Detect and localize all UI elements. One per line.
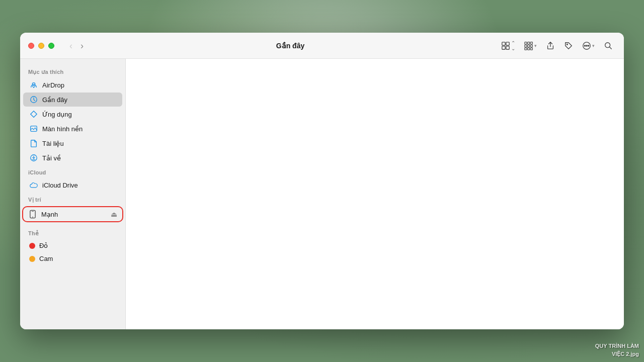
wallpaper-icon	[29, 124, 38, 133]
maximize-button[interactable]	[48, 43, 54, 49]
group-chevron-icon: ▾	[534, 43, 537, 48]
favorites-label: Mục ưa thích	[20, 65, 125, 77]
download-icon	[29, 153, 38, 162]
ellipsis-circle-icon	[582, 41, 591, 50]
watermark-line1: QUY TRÌNH LÀM	[595, 342, 639, 350]
svg-rect-4	[525, 42, 527, 44]
eject-icon[interactable]: ⏏	[111, 210, 117, 218]
manh-label: Mạnh	[41, 211, 107, 218]
downloads-label: Tải về	[42, 154, 61, 162]
svg-rect-9	[530, 45, 532, 47]
svg-rect-7	[525, 45, 527, 47]
sidebar-item-manh[interactable]: Mạnh ⏏	[22, 206, 123, 222]
airdrop-label: AirDrop	[42, 81, 64, 89]
sidebar: Mục ưa thích AirDrop	[20, 59, 126, 329]
traffic-lights	[20, 43, 62, 49]
apps-label: Ứng dụng	[42, 111, 72, 118]
more-button[interactable]: ▾	[579, 39, 598, 52]
clock-icon	[29, 95, 38, 104]
icloud-icon	[29, 180, 38, 190]
sidebar-item-wallpaper[interactable]: Màn hình nền	[23, 122, 122, 136]
svg-rect-2	[502, 46, 505, 49]
svg-point-16	[586, 45, 587, 46]
phone-icon	[28, 210, 37, 219]
sidebar-item-documents[interactable]: Tài liệu	[23, 136, 122, 150]
svg-point-27	[32, 217, 33, 218]
svg-point-13	[567, 44, 568, 45]
icloud-drive-label: iCloud Drive	[42, 182, 78, 189]
orange-tag-dot	[29, 256, 35, 262]
orange-tag-label: Cam	[39, 255, 53, 262]
svg-rect-5	[528, 42, 530, 44]
forward-button[interactable]: ›	[77, 39, 87, 52]
finder-window: ‹ › Gần đây ⌃⌄	[20, 33, 624, 329]
svg-rect-8	[528, 45, 530, 47]
svg-line-19	[609, 47, 611, 49]
icloud-label: iCloud	[20, 165, 125, 177]
wallpaper-label: Màn hình nền	[42, 125, 83, 133]
location-section: Vị trí Mạnh ⏏	[20, 193, 125, 222]
svg-rect-6	[530, 42, 532, 44]
red-tag-dot	[29, 243, 35, 249]
group-grid-icon	[524, 41, 533, 50]
search-button[interactable]	[601, 39, 616, 52]
back-button[interactable]: ‹	[66, 39, 75, 52]
main-content-pane	[126, 59, 624, 329]
red-tag-label: Đỏ	[39, 242, 48, 249]
desktop-watermark: QUY TRÌNH LÀM VIỆC 2.jpg	[595, 342, 639, 358]
svg-point-15	[584, 45, 585, 46]
toolbar-right: ⌃⌄ ▾	[490, 38, 624, 53]
svg-rect-10	[525, 48, 527, 50]
airdrop-icon	[29, 80, 38, 89]
sidebar-item-recent[interactable]: Gần đây	[23, 93, 122, 107]
group-view-button[interactable]: ▾	[521, 39, 540, 52]
search-icon	[604, 41, 613, 50]
svg-rect-0	[502, 42, 505, 45]
sort-chevron-icon: ⌃⌄	[511, 40, 515, 51]
nav-buttons: ‹ ›	[62, 39, 91, 52]
sidebar-item-tag-red[interactable]: Đỏ	[23, 239, 122, 252]
sidebar-item-airdrop[interactable]: AirDrop	[23, 78, 122, 92]
watermark-line2: VIỆC 2.jpg	[595, 350, 639, 358]
sidebar-item-apps[interactable]: Ứng dụng	[23, 107, 122, 121]
more-chevron-icon: ▾	[592, 43, 595, 48]
recent-label: Gần đây	[42, 96, 67, 104]
minimize-button[interactable]	[38, 43, 44, 49]
icon-view-button[interactable]: ⌃⌄	[498, 38, 518, 53]
svg-rect-3	[506, 46, 509, 49]
content-area: Mục ưa thích AirDrop	[20, 59, 624, 329]
window-title: Gần đây	[91, 42, 490, 50]
location-label: Vị trí	[20, 193, 125, 205]
titlebar: ‹ › Gần đây ⌃⌄	[20, 33, 624, 59]
svg-rect-12	[530, 48, 532, 50]
svg-rect-11	[528, 48, 530, 50]
sidebar-item-downloads[interactable]: Tải về	[23, 151, 122, 165]
apps-icon	[29, 110, 38, 119]
sidebar-item-icloud-drive[interactable]: iCloud Drive	[23, 178, 122, 192]
tags-label: Thẻ	[20, 226, 125, 239]
share-button[interactable]	[543, 39, 558, 52]
svg-point-17	[588, 45, 589, 46]
document-icon	[29, 139, 38, 148]
close-button[interactable]	[28, 43, 34, 49]
svg-rect-1	[506, 42, 509, 45]
sidebar-item-tag-orange[interactable]: Cam	[23, 252, 122, 265]
share-icon	[546, 41, 555, 50]
documents-label: Tài liệu	[42, 140, 64, 147]
tag-button[interactable]	[561, 39, 576, 52]
grid-icon	[501, 41, 510, 50]
tag-icon	[564, 41, 573, 50]
